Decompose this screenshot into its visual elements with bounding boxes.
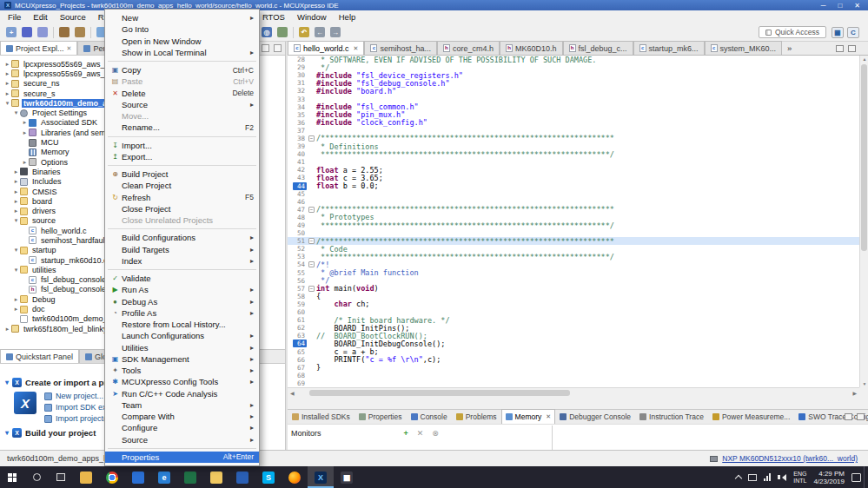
- editor-horizontal-scrollbar[interactable]: ◀ ▶: [288, 387, 859, 397]
- close-icon[interactable]: ✕: [67, 45, 72, 52]
- expander-icon[interactable]: ▾: [3, 100, 11, 107]
- file-explorer-taskbar-button[interactable]: [73, 466, 99, 488]
- scroll-right-icon[interactable]: ▶: [850, 390, 859, 396]
- bottom-tab-installed-sdks[interactable]: Installed SDKs: [288, 409, 354, 424]
- editor-tab-core-cm4-h[interactable]: hcore_cm4.h: [437, 41, 500, 55]
- view-tab-project-expl[interactable]: Project Expl...✕: [0, 41, 77, 55]
- context-menu-item-open-in-new-window[interactable]: Open in New Window: [105, 36, 259, 47]
- toolbar-new-wizard-button[interactable]: +: [3, 25, 19, 40]
- context-menu-item-compare-with[interactable]: Compare With▸: [105, 411, 259, 422]
- bottom-tab-debugger-console[interactable]: Debugger Console: [555, 409, 635, 424]
- network-icon[interactable]: [748, 474, 757, 481]
- skype-taskbar-button[interactable]: S: [255, 466, 282, 488]
- editor-tab-mk60d10-h[interactable]: hMK60D10.h: [500, 41, 563, 55]
- add-monitor-icon[interactable]: +: [404, 429, 408, 438]
- signal-icon[interactable]: [764, 473, 771, 481]
- context-menu-item-close-project[interactable]: Close Project: [105, 203, 259, 214]
- bottom-tab-problems[interactable]: Problems: [452, 409, 501, 424]
- clock[interactable]: 4:29 PM 4/23/2019: [813, 470, 845, 485]
- context-menu-item-tools[interactable]: ✦Tools▸: [105, 365, 259, 376]
- menu-source[interactable]: Source: [54, 11, 92, 23]
- expander-icon[interactable]: ▸: [12, 306, 20, 313]
- chevron-down-icon[interactable]: ▾: [5, 429, 9, 437]
- context-menu-item-team[interactable]: Team▸: [105, 399, 259, 411]
- maximize-view-icon[interactable]: [857, 413, 865, 420]
- context-menu-item-profile-as[interactable]: ◔Profile As▸: [105, 307, 259, 319]
- context-menu-item-close-unrelated-projects[interactable]: Close Unrelated Projects: [105, 214, 259, 226]
- context-menu-item-source[interactable]: Source▸: [105, 434, 259, 445]
- context-menu-item-run-c-c-code-analysis[interactable]: ➤Run C/C++ Code Analysis: [105, 388, 259, 399]
- word-taskbar-button[interactable]: [229, 466, 255, 488]
- folder-taskbar-button[interactable]: [203, 466, 229, 488]
- toolbar-last-edit-button[interactable]: ↶: [296, 25, 312, 40]
- expander-icon[interactable]: ▸: [12, 168, 20, 175]
- close-icon[interactable]: ✕: [354, 45, 359, 52]
- expander-icon[interactable]: ▾: [12, 247, 20, 254]
- scroll-down-icon[interactable]: ▼: [860, 381, 868, 386]
- toolbar-build-all-button[interactable]: [72, 25, 88, 40]
- expander-icon[interactable]: ▸: [12, 208, 20, 214]
- editor-tab-semihost-ha[interactable]: csemihost_ha...: [364, 41, 437, 55]
- expander-icon[interactable]: ▸: [12, 296, 20, 303]
- context-menu-item-restore-from-local-history[interactable]: Restore from Local History...: [105, 319, 259, 330]
- task-view-button[interactable]: [49, 466, 73, 488]
- notification-center-icon[interactable]: [851, 473, 861, 482]
- fold-minus-icon[interactable]: −: [307, 207, 316, 213]
- chrome-taskbar-button[interactable]: [99, 466, 125, 488]
- toolbar-save-all-button[interactable]: [35, 25, 50, 40]
- remove-all-monitors-icon[interactable]: ⊗: [432, 429, 439, 438]
- toolbar-external-tools-button[interactable]: [275, 25, 290, 40]
- bottom-tab-memory[interactable]: Memory✕: [501, 409, 556, 424]
- context-menu-item-delete[interactable]: ✕DeleteDelete: [105, 88, 259, 99]
- expander-icon[interactable]: ▸: [12, 198, 20, 205]
- language-indicator[interactable]: ENG INTL: [793, 471, 806, 485]
- expander-icon[interactable]: ▸: [21, 119, 29, 126]
- expander-icon[interactable]: ▸: [3, 326, 11, 333]
- minimize-view-icon[interactable]: [845, 413, 852, 420]
- fold-minus-icon[interactable]: −: [307, 238, 316, 244]
- maximize-button[interactable]: □: [838, 2, 842, 10]
- memory-view-divider[interactable]: [552, 425, 553, 450]
- calculator-taskbar-button[interactable]: ▦: [334, 466, 360, 488]
- bottom-tab-instruction-trace[interactable]: Instruction Trace: [635, 409, 708, 424]
- minimize-view-icon[interactable]: [836, 45, 844, 52]
- quick-access-button[interactable]: Quick Access: [759, 26, 826, 38]
- fold-minus-icon[interactable]: −: [307, 286, 316, 292]
- context-menu-item-source[interactable]: Source▸: [105, 99, 259, 110]
- context-menu-item-import[interactable]: ↧Import...: [105, 140, 259, 151]
- excel-taskbar-button[interactable]: [177, 466, 203, 488]
- menu-window[interactable]: Window: [291, 11, 333, 23]
- expander-icon[interactable]: ▾: [12, 267, 20, 274]
- expander-icon[interactable]: ▸: [21, 129, 29, 136]
- context-menu-item-build-configurations[interactable]: Build Configurations▸: [105, 232, 259, 243]
- expander-icon[interactable]: ▸: [12, 178, 20, 185]
- firefox-taskbar-button[interactable]: [282, 466, 308, 488]
- maximize-view-icon[interactable]: [848, 45, 856, 52]
- scrollbar-thumb[interactable]: [309, 390, 570, 396]
- context-menu-item-configure[interactable]: Configure▸: [105, 422, 259, 433]
- context-menu-item-launch-configurations[interactable]: Launch Configurations▸: [105, 330, 259, 341]
- menu-rtos[interactable]: RTOS: [256, 11, 291, 23]
- context-menu-item-rename[interactable]: Rename...F2: [105, 122, 259, 133]
- editor-tab-hello-world-c[interactable]: chello_world.c✕: [288, 41, 364, 55]
- expander-icon[interactable]: ▸: [21, 159, 29, 166]
- toolbar-back-button[interactable]: ←: [312, 25, 328, 40]
- context-menu-item-properties[interactable]: PropertiesAlt+Enter: [105, 452, 259, 463]
- bottom-tab-power-measureme[interactable]: Power Measureme...: [708, 409, 794, 424]
- toolbar-search-button[interactable]: ◎: [259, 25, 275, 40]
- close-icon[interactable]: ✕: [546, 413, 551, 420]
- tab-overflow-icon[interactable]: »: [787, 43, 792, 55]
- minimize-button[interactable]: ─: [821, 2, 826, 10]
- context-menu-item-export[interactable]: ↥Export...: [105, 151, 259, 162]
- context-menu-item-new[interactable]: New▸: [105, 12, 259, 23]
- menu-help[interactable]: Help: [333, 11, 362, 23]
- minimize-view-icon[interactable]: [262, 44, 269, 52]
- chevron-up-icon[interactable]: [735, 474, 742, 481]
- context-menu-item-sdk-management[interactable]: ▣SDK Management▸: [105, 353, 259, 365]
- search-button[interactable]: [24, 466, 49, 488]
- context-menu-item-mcuxpresso-config-tools[interactable]: ✱MCUXpresso Config Tools▸: [105, 376, 259, 387]
- toolbar-save-button[interactable]: [19, 25, 35, 40]
- perspective-icon-1[interactable]: C: [847, 27, 859, 38]
- maximize-view-icon[interactable]: [274, 44, 282, 52]
- editor-tab-fsl-debug-c[interactable]: hfsl_debug_c...: [563, 41, 633, 55]
